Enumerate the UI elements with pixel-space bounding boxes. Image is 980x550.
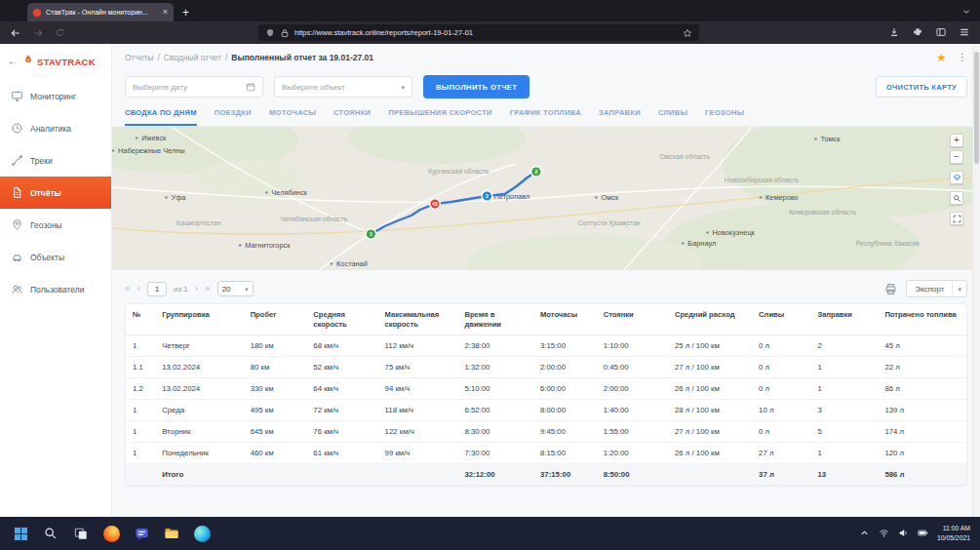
- extensions-icon[interactable]: [912, 24, 923, 42]
- sidebar-item-monitoring[interactable]: Мониторинг: [0, 80, 111, 112]
- table-cell: 495 км: [244, 399, 307, 420]
- edge-icon[interactable]: [191, 523, 213, 544]
- refresh-icon[interactable]: [55, 27, 65, 38]
- download-icon[interactable]: [888, 24, 900, 42]
- clear-map-button[interactable]: ОЧИСТИТЬ КАРТУ: [876, 76, 967, 98]
- last-page-icon[interactable]: »: [205, 284, 211, 294]
- page-number-input[interactable]: 1: [147, 282, 167, 296]
- page-size-select[interactable]: 20 ▾: [217, 281, 254, 296]
- table-cell: 1: [126, 442, 155, 463]
- layers-button[interactable]: [950, 171, 963, 184]
- table-cell: 22 л: [878, 356, 966, 377]
- table-cell: [668, 463, 752, 485]
- tab-engine-hours[interactable]: МОТОЧАСЫ: [269, 108, 316, 126]
- table-cell: 64 км/ч: [306, 377, 377, 399]
- table-row[interactable]: 1.113.02.202480 км52 км/ч75 км/ч1:32:002…: [126, 356, 966, 377]
- table-cell: Среда: [155, 399, 244, 420]
- bookmark-star-icon[interactable]: [683, 24, 692, 42]
- map-region-label: Республика Хакасия: [855, 240, 920, 248]
- new-tab-button[interactable]: +: [182, 7, 189, 19]
- next-page-icon[interactable]: ›: [195, 284, 198, 294]
- menu-hamburger-icon[interactable]: [959, 24, 970, 42]
- address-bar[interactable]: https://www.stavtrack.online/reports/rep…: [258, 24, 699, 41]
- wifi-icon[interactable]: [879, 525, 889, 542]
- sidebar-item-objects[interactable]: Объекты: [0, 241, 111, 273]
- toolbar-actions: [888, 21, 970, 44]
- file-explorer-icon[interactable]: [161, 523, 182, 544]
- table-row[interactable]: 1Понедельник460 км61 км/ч99 км/ч7:30:008…: [126, 442, 966, 463]
- zoom-in-button[interactable]: +: [950, 134, 963, 147]
- prev-page-icon[interactable]: ‹: [137, 284, 140, 294]
- page-scrollbar[interactable]: [972, 44, 980, 517]
- tab-parkings[interactable]: СТОЯНКИ: [333, 108, 371, 126]
- battery-icon[interactable]: [918, 525, 928, 542]
- sidebar-item-label: Треки: [30, 156, 53, 166]
- map[interactable]: Ижевск Набережные Челны Уфа Челябинск Ма…: [112, 127, 980, 270]
- tab-close-icon[interactable]: ×: [163, 8, 168, 17]
- volume-icon[interactable]: [898, 525, 909, 542]
- lock-icon[interactable]: [280, 24, 290, 42]
- clock[interactable]: 11:00 AM 10/05/2021: [937, 524, 970, 543]
- tray-chevron-up-icon[interactable]: [859, 525, 870, 542]
- shield-icon[interactable]: [265, 24, 275, 42]
- tab-fuel-chart[interactable]: ГРАФИК ТОПЛИВА: [510, 108, 581, 126]
- first-page-icon[interactable]: «: [125, 284, 131, 294]
- table-row[interactable]: 1Вторник645 км76 км/ч122 км/ч8:30:009:45…: [126, 420, 966, 442]
- screen: СтавТрак - Онлайн мониторин... × + https…: [0, 0, 980, 550]
- table-cell: 1.2: [126, 377, 155, 399]
- table-cell: 27 л / 100 км: [668, 420, 752, 442]
- firefox-icon[interactable]: [100, 523, 122, 544]
- tab-daily-summary[interactable]: СВОДКА ПО ДНЯМ: [125, 108, 197, 126]
- start-button-icon[interactable]: [10, 523, 31, 544]
- route-marker-event[interactable]: 42: [430, 199, 441, 210]
- table-row[interactable]: 1Четверг180 км68 км/ч112 км/ч2:38:003:15…: [126, 334, 966, 356]
- map-city-label: Костанай: [336, 259, 368, 268]
- scrollbar-thumb[interactable]: [974, 52, 979, 164]
- table-cell: 112 км/ч: [378, 334, 458, 356]
- print-icon[interactable]: [884, 283, 897, 295]
- browser-tab[interactable]: СтавТрак - Онлайн мониторин... ×: [27, 3, 174, 21]
- tab-drains[interactable]: СЛИВЫ: [658, 108, 687, 126]
- pagination-row: « ‹ 1 из 1 › » 20 ▾ Экспорт ▾: [125, 279, 967, 298]
- back-icon[interactable]: [10, 27, 21, 39]
- zoom-out-button[interactable]: −: [950, 150, 963, 164]
- sidebar-collapse-icon[interactable]: ←: [8, 57, 18, 66]
- sidebar-panel-icon[interactable]: [935, 24, 947, 42]
- sidebar-item-geozones[interactable]: Геозоны: [0, 209, 111, 241]
- site-favicon: [33, 9, 41, 17]
- sidebar-item-analytics[interactable]: Аналитика: [0, 112, 111, 144]
- favorite-star-icon[interactable]: ★: [936, 53, 946, 63]
- route-marker-end[interactable]: 2: [531, 167, 542, 177]
- list-tabs-icon[interactable]: [961, 7, 971, 17]
- search-icon[interactable]: [40, 523, 61, 544]
- breadcrumb-link-reports[interactable]: Отчеты: [125, 53, 153, 62]
- export-button[interactable]: Экспорт ▾: [906, 280, 967, 297]
- table-cell: 8:50:00: [597, 463, 668, 485]
- tab-geozones[interactable]: ГЕОЗОНЫ: [705, 108, 744, 126]
- object-select[interactable]: Выберите объект ▾: [274, 76, 412, 98]
- tab-speeding[interactable]: ПРЕВЫШЕНИЯ СКОРОСТИ: [388, 108, 491, 126]
- breadcrumb-link-summary[interactable]: Сводный отчет: [164, 53, 221, 62]
- sidebar-item-users[interactable]: Пользователи: [0, 273, 111, 305]
- table-cell: 8:00:00: [533, 399, 597, 420]
- table-row[interactable]: 1Среда495 км72 км/ч118 км/ч6:52:008:00:0…: [126, 399, 966, 420]
- map-search-button[interactable]: [950, 191, 963, 205]
- tab-refuels[interactable]: ЗАПРАВКИ: [599, 108, 641, 126]
- tab-trips[interactable]: ПОЕЗДКИ: [215, 108, 252, 126]
- map-canvas[interactable]: Ижевск Набережные Челны Уфа Челябинск Ма…: [112, 127, 980, 270]
- kebab-menu-icon[interactable]: ⋮: [958, 53, 967, 62]
- table-cell: 1: [810, 356, 878, 377]
- sidebar-item-tracks[interactable]: Треки: [0, 144, 111, 177]
- run-report-button[interactable]: ВЫПОЛНИТЬ ОТЧЕТ: [423, 75, 529, 98]
- forward-icon[interactable]: [32, 27, 44, 39]
- route-marker-start[interactable]: 1: [366, 229, 376, 240]
- date-input[interactable]: Выберите дату: [125, 76, 263, 98]
- table-cell: 0 л: [752, 356, 810, 377]
- table-row[interactable]: 1.213.02.2024330 км64 км/ч94 км/ч5:10:00…: [126, 377, 966, 399]
- fullscreen-button[interactable]: [950, 212, 963, 225]
- chat-icon[interactable]: [131, 523, 152, 544]
- sidebar-item-reports[interactable]: Отчёты: [0, 177, 111, 209]
- column-header: Средний расход: [668, 304, 752, 334]
- task-view-icon[interactable]: [70, 523, 92, 544]
- route-marker-waypoint[interactable]: 2: [482, 191, 492, 202]
